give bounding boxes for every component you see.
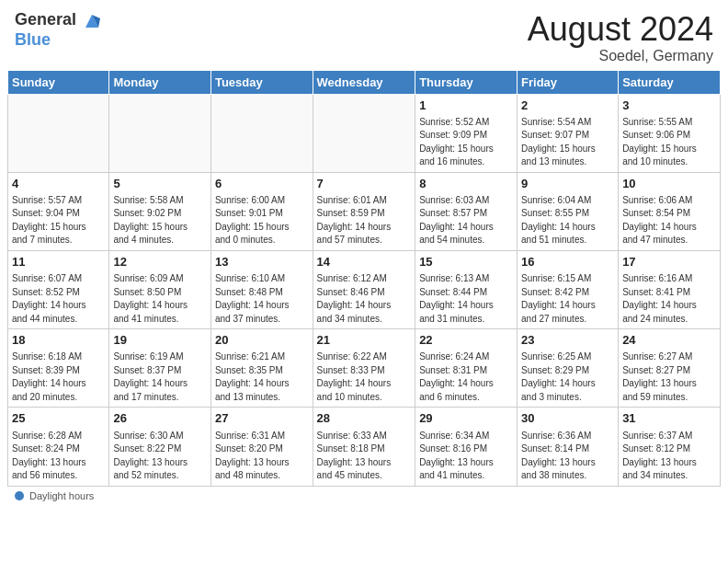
calendar-cell: 15Sunrise: 6:13 AMSunset: 8:44 PMDayligh… [415, 250, 518, 328]
calendar-cell: 26Sunrise: 6:30 AMSunset: 8:22 PMDayligh… [109, 408, 211, 486]
day-number: 12 [113, 254, 207, 270]
calendar-cell: 27Sunrise: 6:31 AMSunset: 8:20 PMDayligh… [210, 408, 313, 486]
day-number: 28 [317, 410, 412, 427]
day-number: 23 [521, 332, 614, 349]
day-number: 24 [622, 332, 716, 349]
day-info: Sunrise: 6:36 AMSunset: 8:14 PMDaylight:… [521, 430, 614, 483]
calendar-cell: 11Sunrise: 6:07 AMSunset: 8:52 PMDayligh… [8, 250, 109, 328]
day-info: Sunrise: 6:06 AMSunset: 8:54 PMDaylight:… [622, 194, 716, 247]
calendar-cell: 7Sunrise: 6:01 AMSunset: 8:59 PMDaylight… [313, 172, 415, 250]
calendar-cell: 18Sunrise: 6:18 AMSunset: 8:39 PMDayligh… [8, 329, 109, 408]
day-number: 4 [12, 176, 105, 192]
logo: General Blue [15, 11, 102, 49]
day-info: Sunrise: 5:52 AMSunset: 9:09 PMDaylight:… [419, 116, 513, 169]
footer: Daylight hours [0, 487, 728, 505]
calendar-cell: 2Sunrise: 5:54 AMSunset: 9:07 PMDaylight… [518, 94, 619, 172]
day-info: Sunrise: 5:58 AMSunset: 9:02 PMDaylight:… [113, 194, 207, 247]
day-number: 17 [622, 254, 716, 270]
day-number: 26 [113, 410, 207, 427]
calendar-week-1: 1Sunrise: 5:52 AMSunset: 9:09 PMDaylight… [8, 94, 721, 172]
day-number: 14 [317, 254, 412, 270]
month-title: August 2024 [528, 11, 713, 48]
calendar-week-3: 11Sunrise: 6:07 AMSunset: 8:52 PMDayligh… [8, 250, 721, 328]
calendar-cell: 16Sunrise: 6:15 AMSunset: 8:42 PMDayligh… [518, 250, 619, 328]
calendar-cell: 13Sunrise: 6:10 AMSunset: 8:48 PMDayligh… [210, 250, 313, 328]
day-number: 11 [12, 254, 105, 270]
day-number: 7 [317, 176, 412, 192]
day-number: 27 [215, 410, 309, 427]
day-info: Sunrise: 6:22 AMSunset: 8:33 PMDaylight:… [317, 350, 412, 404]
calendar-cell: 4Sunrise: 5:57 AMSunset: 9:04 PMDaylight… [8, 172, 109, 250]
day-number: 9 [521, 176, 614, 192]
day-number: 10 [622, 176, 716, 192]
day-info: Sunrise: 6:12 AMSunset: 8:46 PMDaylight:… [317, 272, 412, 326]
day-number: 22 [419, 332, 513, 349]
title-block: August 2024 Soedel, Germany [528, 11, 713, 64]
calendar-cell [313, 94, 415, 172]
calendar-cell: 3Sunrise: 5:55 AMSunset: 9:06 PMDaylight… [619, 94, 721, 172]
calendar-cell: 28Sunrise: 6:33 AMSunset: 8:18 PMDayligh… [313, 408, 415, 486]
location-title: Soedel, Germany [528, 48, 713, 64]
day-info: Sunrise: 6:33 AMSunset: 8:18 PMDaylight:… [317, 430, 412, 483]
day-info: Sunrise: 6:09 AMSunset: 8:50 PMDaylight:… [113, 272, 207, 326]
calendar-cell: 30Sunrise: 6:36 AMSunset: 8:14 PMDayligh… [518, 408, 619, 486]
day-number: 16 [521, 254, 614, 270]
calendar-cell: 31Sunrise: 6:37 AMSunset: 8:12 PMDayligh… [619, 408, 721, 486]
day-number: 1 [419, 98, 513, 114]
day-info: Sunrise: 6:16 AMSunset: 8:41 PMDaylight:… [622, 272, 716, 326]
day-number: 8 [419, 176, 513, 192]
day-info: Sunrise: 5:54 AMSunset: 9:07 PMDaylight:… [521, 116, 614, 169]
calendar-cell: 24Sunrise: 6:27 AMSunset: 8:27 PMDayligh… [619, 329, 721, 408]
day-number: 3 [622, 98, 716, 114]
calendar-cell: 1Sunrise: 5:52 AMSunset: 9:09 PMDaylight… [415, 94, 518, 172]
calendar-cell: 25Sunrise: 6:28 AMSunset: 8:24 PMDayligh… [8, 408, 109, 486]
calendar-wrapper: SundayMondayTuesdayWednesdayThursdayFrid… [0, 70, 728, 487]
calendar-table: SundayMondayTuesdayWednesdayThursdayFrid… [7, 70, 721, 487]
day-info: Sunrise: 5:55 AMSunset: 9:06 PMDaylight:… [622, 116, 716, 169]
day-info: Sunrise: 6:21 AMSunset: 8:35 PMDaylight:… [215, 350, 309, 404]
calendar-cell: 29Sunrise: 6:34 AMSunset: 8:16 PMDayligh… [415, 408, 518, 486]
day-info: Sunrise: 5:57 AMSunset: 9:04 PMDaylight:… [12, 194, 105, 247]
logo-blue: Blue [15, 30, 51, 49]
calendar-cell [210, 94, 313, 172]
calendar-cell: 8Sunrise: 6:03 AMSunset: 8:57 PMDaylight… [415, 172, 518, 250]
day-number: 19 [113, 332, 207, 349]
day-info: Sunrise: 6:31 AMSunset: 8:20 PMDaylight:… [215, 430, 309, 483]
day-number: 13 [215, 254, 309, 270]
calendar-cell: 21Sunrise: 6:22 AMSunset: 8:33 PMDayligh… [313, 329, 415, 408]
day-number: 18 [12, 332, 105, 349]
day-info: Sunrise: 6:01 AMSunset: 8:59 PMDaylight:… [317, 194, 412, 247]
day-info: Sunrise: 6:18 AMSunset: 8:39 PMDaylight:… [12, 350, 105, 404]
logo-general: General [15, 10, 76, 29]
calendar-header-monday: Monday [109, 70, 211, 94]
calendar-header-row: SundayMondayTuesdayWednesdayThursdayFrid… [8, 70, 721, 94]
day-info: Sunrise: 6:10 AMSunset: 8:48 PMDaylight:… [215, 272, 309, 326]
calendar-cell: 17Sunrise: 6:16 AMSunset: 8:41 PMDayligh… [619, 250, 721, 328]
calendar-week-4: 18Sunrise: 6:18 AMSunset: 8:39 PMDayligh… [8, 329, 721, 408]
day-info: Sunrise: 6:15 AMSunset: 8:42 PMDaylight:… [521, 272, 614, 326]
calendar-header-sunday: Sunday [8, 70, 109, 94]
day-info: Sunrise: 6:37 AMSunset: 8:12 PMDaylight:… [622, 430, 716, 483]
header: General Blue August 2024 Soedel, Germany [0, 0, 728, 70]
calendar-header-wednesday: Wednesday [313, 70, 415, 94]
calendar-cell: 22Sunrise: 6:24 AMSunset: 8:31 PMDayligh… [415, 329, 518, 408]
calendar-cell: 14Sunrise: 6:12 AMSunset: 8:46 PMDayligh… [313, 250, 415, 328]
day-number: 29 [419, 410, 513, 427]
calendar-cell: 12Sunrise: 6:09 AMSunset: 8:50 PMDayligh… [109, 250, 211, 328]
calendar-cell [8, 94, 109, 172]
footer-dot-icon [15, 491, 24, 500]
day-info: Sunrise: 6:25 AMSunset: 8:29 PMDaylight:… [521, 350, 614, 404]
calendar-cell: 19Sunrise: 6:19 AMSunset: 8:37 PMDayligh… [109, 329, 211, 408]
day-number: 25 [12, 410, 105, 427]
calendar-header-tuesday: Tuesday [210, 70, 313, 94]
day-info: Sunrise: 6:07 AMSunset: 8:52 PMDaylight:… [12, 272, 105, 326]
calendar-cell: 23Sunrise: 6:25 AMSunset: 8:29 PMDayligh… [518, 329, 619, 408]
calendar-week-5: 25Sunrise: 6:28 AMSunset: 8:24 PMDayligh… [8, 408, 721, 486]
calendar-header-thursday: Thursday [415, 70, 518, 94]
calendar-cell: 20Sunrise: 6:21 AMSunset: 8:35 PMDayligh… [210, 329, 313, 408]
calendar-header-friday: Friday [518, 70, 619, 94]
day-number: 2 [521, 98, 614, 114]
calendar-week-2: 4Sunrise: 5:57 AMSunset: 9:04 PMDaylight… [8, 172, 721, 250]
day-info: Sunrise: 6:03 AMSunset: 8:57 PMDaylight:… [419, 194, 513, 247]
day-number: 21 [317, 332, 412, 349]
